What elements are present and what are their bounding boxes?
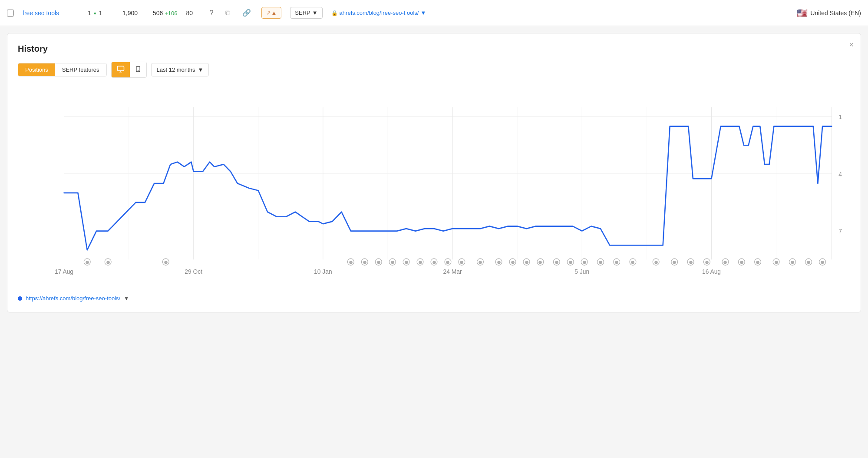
rank-change: 1 [99,10,102,17]
svg-text:29 Oct: 29 Oct [185,268,202,275]
period-button[interactable]: Last 12 months ▼ [151,63,209,76]
svg-text:⚙: ⚙ [164,260,168,265]
svg-text:17 Aug: 17 Aug [55,268,73,275]
rank-arrow-icon: ▲ [93,10,97,15]
info-icon-btn[interactable]: ? [208,8,215,18]
svg-text:⚙: ⚙ [599,260,602,265]
device-group [111,62,147,78]
serp-button[interactable]: SERP ▼ [290,7,322,19]
serp-markers: ⚙ ⚙ ⚙ ⚙ ⚙ ⚙ ⚙ ⚙ ⚙ ⚙ ⚙ ⚙ ⚙ ⚙ ⚙ ⚙ ⚙ ⚙ ⚙ ⚙ [84,259,825,265]
svg-text:⚙: ⚙ [569,260,572,265]
svg-text:⚙: ⚙ [432,260,436,265]
svg-text:⚙: ⚙ [525,260,528,265]
volume-cell: 1,900 [122,10,144,17]
url-dropdown-icon: ▼ [420,10,426,16]
svg-text:⚙: ⚙ [497,260,501,265]
tab-serp-features[interactable]: SERP features [55,63,106,76]
row-checkbox[interactable] [7,10,14,17]
trend-button[interactable]: ↗▲ [261,7,281,19]
svg-text:16 Aug: 16 Aug [702,268,721,275]
svg-text:⚙: ⚙ [791,260,794,265]
legend-row: https://ahrefs.com/blog/free-seo-tools/ … [18,295,850,302]
svg-text:⚙: ⚙ [511,260,515,265]
svg-text:⚙: ⚙ [807,260,810,265]
svg-text:⚙: ⚙ [86,260,89,265]
svg-text:⚙: ⚙ [419,260,422,265]
svg-text:⚙: ⚙ [673,260,676,265]
keyword-link[interactable]: free seo tools [23,10,79,17]
svg-rect-0 [117,66,124,71]
svg-text:⚙: ⚙ [446,260,450,265]
period-label: Last 12 months [157,66,195,73]
kd-cell: 506 +106 [153,10,178,17]
serp-chevron-icon: ▼ [312,10,318,16]
svg-text:24 Mar: 24 Mar [443,268,462,275]
rank-value: 1 [88,10,91,17]
lock-icon: 🔒 [331,10,338,16]
svg-text:⚙: ⚙ [460,260,463,265]
svg-text:⚙: ⚙ [106,260,110,265]
rank-cell: 1 ▲ 1 [88,10,114,17]
svg-text:7: 7 [838,228,842,235]
history-panel: × History Positions SERP features Last 1… [7,33,861,312]
svg-text:⚙: ⚙ [539,260,542,265]
device-mobile-btn[interactable] [130,62,146,77]
svg-text:⚙: ⚙ [391,260,394,265]
svg-text:4: 4 [838,170,842,177]
link-icon-btn[interactable]: 🔗 [241,8,253,18]
svg-text:⚙: ⚙ [775,260,778,265]
svg-text:⚙: ⚙ [705,260,709,265]
trend-chart-icon: ↗▲ [266,10,277,16]
svg-text:⚙: ⚙ [555,260,558,265]
close-button[interactable]: × [849,40,854,50]
svg-text:⚙: ⚙ [349,260,353,265]
clipboard-icon-btn[interactable]: ⧉ [224,8,232,18]
svg-text:⚙: ⚙ [654,260,658,265]
serp-label: SERP [295,10,310,16]
svg-text:⚙: ⚙ [377,260,380,265]
legend-dropdown-icon[interactable]: ▼ [124,295,129,302]
cpc-cell: 80 [186,10,199,17]
top-row: free seo tools 1 ▲ 1 1,900 506 +106 80 ?… [0,0,868,26]
tab-positions[interactable]: Positions [18,63,55,76]
svg-text:10 Jan: 10 Jan [314,268,332,275]
svg-text:⚙: ⚙ [405,260,408,265]
country-label: United States (EN) [810,10,861,17]
svg-text:⚙: ⚙ [740,260,743,265]
history-chart: 1 4 7 17 Aug 29 Oct 10 Jan 24 Mar 5 Jun … [18,88,850,288]
flag-icon: 🇺🇸 [797,8,808,18]
svg-text:⚙: ⚙ [583,260,586,265]
chart-container: 1 4 7 17 Aug 29 Oct 10 Jan 24 Mar 5 Jun … [18,88,850,288]
tab-group: Positions SERP features [18,63,107,76]
svg-text:⚙: ⚙ [689,260,693,265]
svg-text:⚙: ⚙ [631,260,635,265]
url-link[interactable]: 🔒 ahrefs.com/blog/free-seo-t ools/ ▼ [331,10,426,16]
svg-text:⚙: ⚙ [756,260,759,265]
svg-text:⚙: ⚙ [724,260,727,265]
controls-row: Positions SERP features Last 12 months ▼ [18,62,850,78]
svg-text:1: 1 [838,113,842,120]
svg-text:⚙: ⚙ [479,260,482,265]
url-text: ahrefs.com/blog/free-seo-t ools/ [340,10,419,16]
panel-title: History [18,44,850,54]
svg-text:5 Jun: 5 Jun [574,268,589,275]
device-desktop-btn[interactable] [112,62,130,77]
svg-text:⚙: ⚙ [821,260,824,265]
chart-line [64,126,832,250]
period-chevron-icon: ▼ [198,66,203,73]
svg-text:⚙: ⚙ [363,260,366,265]
legend-url-link[interactable]: https://ahrefs.com/blog/free-seo-tools/ [26,295,120,302]
country-area: 🇺🇸 United States (EN) [797,8,861,18]
svg-text:⚙: ⚙ [615,260,618,265]
legend-color-dot [18,296,22,301]
